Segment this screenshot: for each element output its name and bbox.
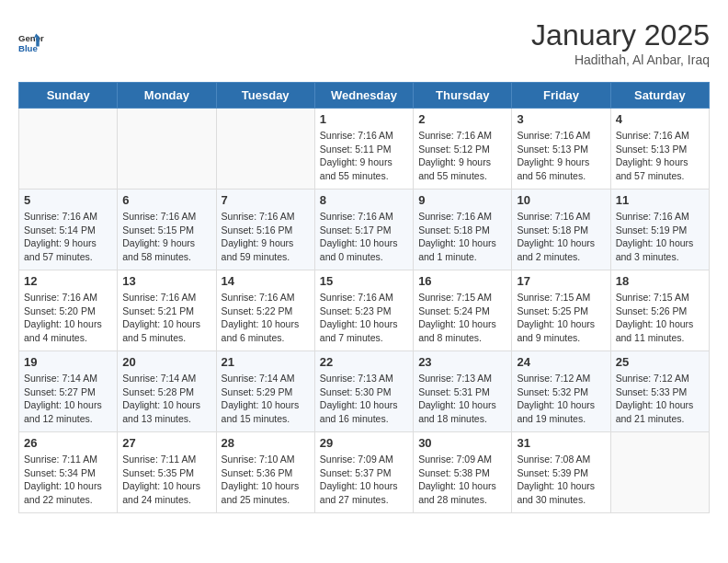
day-info: Sunrise: 7:16 AMSunset: 5:22 PMDaylight:… — [222, 291, 310, 345]
day-info: Sunrise: 7:16 AMSunset: 5:14 PMDaylight:… — [24, 210, 112, 264]
day-number: 31 — [517, 436, 605, 450]
calendar-cell — [610, 432, 709, 513]
day-info: Sunrise: 7:15 AMSunset: 5:26 PMDaylight:… — [616, 291, 704, 345]
calendar-cell: 10Sunrise: 7:16 AMSunset: 5:18 PMDayligh… — [512, 190, 610, 270]
week-row-5: 26Sunrise: 7:11 AMSunset: 5:34 PMDayligh… — [19, 432, 710, 513]
week-row-2: 5Sunrise: 7:16 AMSunset: 5:14 PMDaylight… — [19, 190, 710, 270]
day-number: 8 — [320, 193, 408, 207]
calendar-cell: 30Sunrise: 7:09 AMSunset: 5:38 PMDayligh… — [414, 432, 512, 513]
calendar-cell: 2Sunrise: 7:16 AMSunset: 5:12 PMDaylight… — [414, 109, 512, 190]
calendar-cell: 25Sunrise: 7:12 AMSunset: 5:33 PMDayligh… — [610, 351, 709, 432]
month-title: January 2025 — [531, 18, 710, 52]
calendar-cell: 22Sunrise: 7:13 AMSunset: 5:30 PMDayligh… — [314, 351, 413, 432]
day-number: 4 — [616, 112, 704, 126]
calendar-cell: 7Sunrise: 7:16 AMSunset: 5:16 PMDaylight… — [216, 190, 314, 270]
calendar-cell: 14Sunrise: 7:16 AMSunset: 5:22 PMDayligh… — [216, 270, 314, 351]
day-info: Sunrise: 7:12 AMSunset: 5:33 PMDaylight:… — [616, 372, 704, 426]
day-number: 23 — [418, 355, 506, 369]
day-info: Sunrise: 7:09 AMSunset: 5:37 PMDaylight:… — [320, 453, 408, 507]
day-info: Sunrise: 7:08 AMSunset: 5:39 PMDaylight:… — [517, 453, 605, 507]
day-info: Sunrise: 7:12 AMSunset: 5:32 PMDaylight:… — [517, 372, 605, 426]
weekday-header-wednesday: Wednesday — [314, 83, 413, 109]
page-header: General Blue January 2025 Hadithah, Al A… — [18, 18, 710, 67]
calendar-cell: 15Sunrise: 7:16 AMSunset: 5:23 PMDayligh… — [314, 270, 413, 351]
calendar-cell — [19, 109, 118, 190]
calendar-cell: 5Sunrise: 7:16 AMSunset: 5:14 PMDaylight… — [19, 190, 118, 270]
calendar-cell: 26Sunrise: 7:11 AMSunset: 5:34 PMDayligh… — [19, 432, 118, 513]
day-info: Sunrise: 7:16 AMSunset: 5:18 PMDaylight:… — [418, 210, 506, 264]
day-number: 21 — [222, 355, 310, 369]
weekday-header-friday: Friday — [512, 83, 610, 109]
location-subtitle: Hadithah, Al Anbar, Iraq — [531, 52, 710, 67]
logo: General Blue — [18, 30, 44, 56]
calendar-cell: 16Sunrise: 7:15 AMSunset: 5:24 PMDayligh… — [414, 270, 512, 351]
calendar-cell: 17Sunrise: 7:15 AMSunset: 5:25 PMDayligh… — [512, 270, 610, 351]
day-number: 24 — [517, 355, 605, 369]
day-info: Sunrise: 7:16 AMSunset: 5:11 PMDaylight:… — [320, 129, 408, 183]
day-number: 3 — [517, 112, 605, 126]
weekday-header-thursday: Thursday — [414, 83, 512, 109]
day-number: 5 — [24, 193, 112, 207]
calendar-cell: 18Sunrise: 7:15 AMSunset: 5:26 PMDayligh… — [610, 270, 709, 351]
calendar-cell: 20Sunrise: 7:14 AMSunset: 5:28 PMDayligh… — [118, 351, 216, 432]
title-block: January 2025 Hadithah, Al Anbar, Iraq — [531, 18, 710, 67]
calendar-cell: 21Sunrise: 7:14 AMSunset: 5:29 PMDayligh… — [216, 351, 314, 432]
weekday-header-sunday: Sunday — [19, 83, 118, 109]
day-info: Sunrise: 7:16 AMSunset: 5:21 PMDaylight:… — [122, 291, 210, 345]
day-number: 19 — [24, 355, 112, 369]
calendar-table: SundayMondayTuesdayWednesdayThursdayFrid… — [18, 82, 710, 513]
day-number: 28 — [222, 436, 310, 450]
day-number: 16 — [418, 274, 506, 288]
weekday-header-tuesday: Tuesday — [216, 83, 314, 109]
calendar-cell: 28Sunrise: 7:10 AMSunset: 5:36 PMDayligh… — [216, 432, 314, 513]
day-info: Sunrise: 7:13 AMSunset: 5:31 PMDaylight:… — [418, 372, 506, 426]
day-number: 22 — [320, 355, 408, 369]
calendar-cell: 8Sunrise: 7:16 AMSunset: 5:17 PMDaylight… — [314, 190, 413, 270]
day-number: 9 — [418, 193, 506, 207]
calendar-cell: 31Sunrise: 7:08 AMSunset: 5:39 PMDayligh… — [512, 432, 610, 513]
day-number: 12 — [24, 274, 112, 288]
day-number: 7 — [222, 193, 310, 207]
calendar-cell: 13Sunrise: 7:16 AMSunset: 5:21 PMDayligh… — [118, 270, 216, 351]
day-number: 17 — [517, 274, 605, 288]
calendar-cell: 12Sunrise: 7:16 AMSunset: 5:20 PMDayligh… — [19, 270, 118, 351]
day-info: Sunrise: 7:14 AMSunset: 5:29 PMDaylight:… — [222, 372, 310, 426]
calendar-cell: 24Sunrise: 7:12 AMSunset: 5:32 PMDayligh… — [512, 351, 610, 432]
day-number: 27 — [122, 436, 210, 450]
calendar-cell — [118, 109, 216, 190]
day-info: Sunrise: 7:10 AMSunset: 5:36 PMDaylight:… — [222, 453, 310, 507]
day-number: 15 — [320, 274, 408, 288]
weekday-header-row: SundayMondayTuesdayWednesdayThursdayFrid… — [19, 83, 710, 109]
calendar-cell — [216, 109, 314, 190]
day-number: 18 — [616, 274, 704, 288]
svg-text:General: General — [18, 33, 44, 43]
day-info: Sunrise: 7:16 AMSunset: 5:23 PMDaylight:… — [320, 291, 408, 345]
svg-text:Blue: Blue — [18, 42, 38, 52]
calendar-cell: 11Sunrise: 7:16 AMSunset: 5:19 PMDayligh… — [610, 190, 709, 270]
day-number: 11 — [616, 193, 704, 207]
day-number: 30 — [418, 436, 506, 450]
calendar-cell: 9Sunrise: 7:16 AMSunset: 5:18 PMDaylight… — [414, 190, 512, 270]
day-info: Sunrise: 7:16 AMSunset: 5:18 PMDaylight:… — [517, 210, 605, 264]
day-number: 10 — [517, 193, 605, 207]
day-number: 29 — [320, 436, 408, 450]
calendar-cell: 23Sunrise: 7:13 AMSunset: 5:31 PMDayligh… — [414, 351, 512, 432]
weekday-header-monday: Monday — [118, 83, 216, 109]
day-info: Sunrise: 7:16 AMSunset: 5:13 PMDaylight:… — [517, 129, 605, 183]
day-info: Sunrise: 7:16 AMSunset: 5:13 PMDaylight:… — [616, 129, 704, 183]
week-row-1: 1Sunrise: 7:16 AMSunset: 5:11 PMDaylight… — [19, 109, 710, 190]
day-info: Sunrise: 7:15 AMSunset: 5:24 PMDaylight:… — [418, 291, 506, 345]
day-info: Sunrise: 7:16 AMSunset: 5:12 PMDaylight:… — [418, 129, 506, 183]
day-info: Sunrise: 7:16 AMSunset: 5:19 PMDaylight:… — [616, 210, 704, 264]
day-info: Sunrise: 7:11 AMSunset: 5:34 PMDaylight:… — [24, 453, 112, 507]
day-info: Sunrise: 7:16 AMSunset: 5:20 PMDaylight:… — [24, 291, 112, 345]
calendar-cell: 3Sunrise: 7:16 AMSunset: 5:13 PMDaylight… — [512, 109, 610, 190]
day-info: Sunrise: 7:13 AMSunset: 5:30 PMDaylight:… — [320, 372, 408, 426]
day-number: 6 — [122, 193, 210, 207]
calendar-cell: 19Sunrise: 7:14 AMSunset: 5:27 PMDayligh… — [19, 351, 118, 432]
day-info: Sunrise: 7:16 AMSunset: 5:16 PMDaylight:… — [222, 210, 310, 264]
day-info: Sunrise: 7:16 AMSunset: 5:17 PMDaylight:… — [320, 210, 408, 264]
weekday-header-saturday: Saturday — [610, 83, 709, 109]
day-info: Sunrise: 7:16 AMSunset: 5:15 PMDaylight:… — [122, 210, 210, 264]
day-info: Sunrise: 7:15 AMSunset: 5:25 PMDaylight:… — [517, 291, 605, 345]
